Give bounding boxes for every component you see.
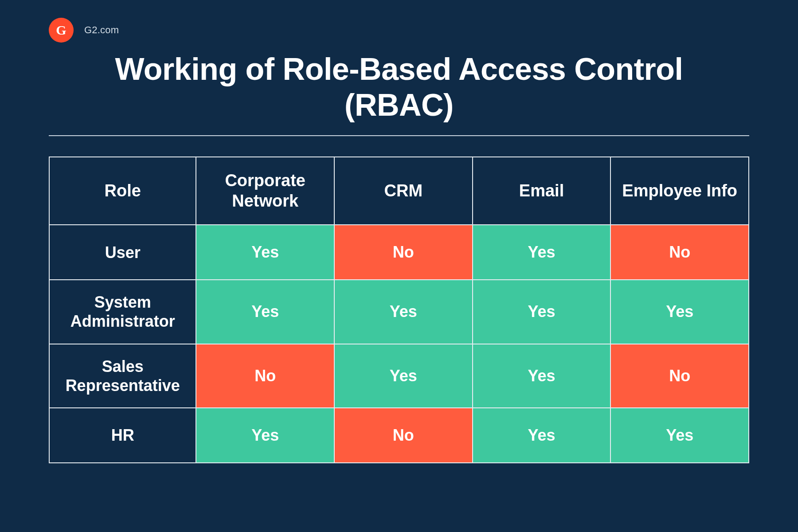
access-cell: Yes [196,225,334,280]
access-cell: No [610,225,749,280]
col-role: Role [49,157,196,225]
col-employee-info: Employee Info [610,157,749,225]
access-cell: Yes [610,280,749,344]
g2-logo-letter: G [56,23,66,37]
access-cell: No [334,225,473,280]
table-row: Sales Representative No Yes Yes No [49,344,749,408]
access-cell: No [196,344,334,408]
col-email: Email [473,157,611,225]
access-cell: Yes [473,280,611,344]
title-divider [49,135,749,136]
role-name: HR [49,408,196,463]
page-title: Working of Role-Based Access Control (RB… [66,51,732,123]
access-cell: Yes [196,408,334,463]
table-row: HR Yes No Yes Yes [49,408,749,463]
g2-logo-icon: G [49,18,74,43]
col-corporate-network: Corporate Network [196,157,334,225]
access-cell: Yes [196,280,334,344]
table-row: System Administrator Yes Yes Yes Yes [49,280,749,344]
col-crm: CRM [334,157,473,225]
access-cell: No [610,344,749,408]
site-label: G2.com [84,24,119,36]
table-row: User Yes No Yes No [49,225,749,280]
access-cell: No [334,408,473,463]
role-name: Sales Representative [49,344,196,408]
table-header-row: Role Corporate Network CRM Email Employe… [49,157,749,225]
access-cell: Yes [334,344,473,408]
access-cell: Yes [473,225,611,280]
access-cell: Yes [473,344,611,408]
header: G G2.com [49,18,749,43]
access-cell: Yes [473,408,611,463]
role-name: User [49,225,196,280]
access-cell: Yes [610,408,749,463]
rbac-table: Role Corporate Network CRM Email Employe… [49,156,749,463]
access-cell: Yes [334,280,473,344]
table-body: User Yes No Yes No System Administrator … [49,225,749,463]
role-name: System Administrator [49,280,196,344]
